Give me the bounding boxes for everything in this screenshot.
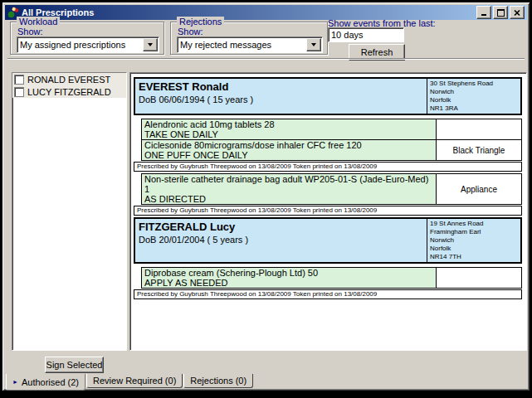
- tab-label: Authorised (2): [22, 377, 79, 387]
- prescription-annotation: [436, 119, 521, 139]
- prescription-details: Diprobase cream (Schering-Plough Ltd) 50…: [142, 268, 436, 288]
- drug-name: Alendronic acid 10mg tablets 28: [144, 119, 433, 129]
- workload-show-label: Show:: [17, 27, 43, 36]
- prescription-row[interactable]: Diprobase cream (Schering-Plough Ltd) 50…: [141, 267, 522, 289]
- patient-name: FITZGERALD Lucy: [139, 221, 423, 234]
- prescribed-by-footer: Prescribed by Guybrush Threepwood on 13/…: [134, 289, 522, 299]
- prescription-row[interactable]: Alendronic acid 10mg tablets 28 TAKE ONE…: [141, 119, 522, 140]
- tab-label: Review Required (0): [93, 376, 176, 386]
- events-days-input[interactable]: [328, 27, 404, 42]
- rejections-dropdown-button[interactable]: [306, 38, 321, 51]
- drug-name: Diprobase cream (Schering-Plough Ltd) 50: [144, 268, 433, 278]
- patient-header: FITZGERALD Lucy DoB 20/01/2004 ( 5 years…: [134, 217, 522, 264]
- patient-identity: EVEREST Ronald DoB 06/06/1994 ( 15 years…: [135, 79, 427, 114]
- drug-name: Non-sterile catheter drainage bag adult …: [144, 174, 433, 194]
- address-line: 19 St Annes Road: [430, 220, 518, 228]
- patient-checkbox[interactable]: [14, 87, 24, 97]
- rejections-dropdown-value: My rejected messages: [178, 40, 305, 50]
- close-icon: [514, 10, 520, 16]
- patient-address: 30 St Stephens Road Norwich Norfolk NR1 …: [427, 79, 520, 114]
- prescription-group: Non-sterile catheter drainage bag adult …: [141, 173, 522, 205]
- tab-label: Rejections (0): [190, 376, 246, 386]
- prescription-row[interactable]: Ciclesonide 80micrograms/dose inhaler CF…: [141, 139, 522, 161]
- chevron-down-icon: [148, 43, 153, 46]
- prescription-details: Alendronic acid 10mg tablets 28 TAKE ONE…: [142, 119, 436, 139]
- workload-dropdown-button[interactable]: [143, 38, 158, 51]
- maximize-button[interactable]: [493, 6, 508, 19]
- window-title: All Prescriptions: [22, 7, 476, 17]
- patient-list[interactable]: RONALD EVEREST LUCY FITZGERALD: [12, 72, 127, 351]
- prescribed-by-footer: Prescribed by Guybrush Threepwood on 13/…: [134, 206, 522, 216]
- drug-directions: TAKE ONE DAILY: [144, 129, 433, 139]
- patient-list-label: RONALD EVEREST: [27, 75, 110, 85]
- prescription-details: Ciclesonide 80micrograms/dose inhaler CF…: [142, 140, 436, 160]
- patient-list-label: LUCY FITZGERALD: [27, 87, 111, 97]
- tab-review-required[interactable]: Review Required (0): [86, 374, 183, 388]
- address-line: NR1 3RA: [430, 104, 518, 113]
- workload-legend: Workload: [17, 17, 60, 27]
- patient-header: EVEREST Ronald DoB 06/06/1994 ( 15 years…: [134, 77, 522, 115]
- workload-dropdown[interactable]: My assigned prescriptions: [17, 36, 159, 53]
- patient-dob: DoB 20/01/2004 ( 5 years ): [139, 234, 423, 245]
- prescribed-by-footer: Prescribed by Guybrush Threepwood on 13/…: [134, 162, 522, 172]
- tab-authorised[interactable]: ► Authorised (2): [6, 374, 85, 391]
- chevron-down-icon: [311, 43, 316, 46]
- address-line: 30 St Stephens Road: [430, 80, 518, 88]
- workload-groupbox: Workload Show: My assigned prescriptions: [10, 22, 164, 55]
- drug-directions: APPLY AS NEEDED: [144, 278, 433, 288]
- minimize-icon: [481, 14, 486, 16]
- patient-identity: FITZGERALD Lucy DoB 20/01/2004 ( 5 years…: [135, 219, 427, 262]
- patient-dob: DoB 06/06/1994 ( 15 years ): [139, 94, 423, 105]
- prescription-details: Non-sterile catheter drainage bag adult …: [142, 174, 436, 204]
- drug-directions: ONE PUFF ONCE DAILY: [144, 150, 433, 160]
- address-line: Framingham Earl: [430, 228, 518, 236]
- address-line: Norfolk: [430, 96, 518, 104]
- patient-address: 19 St Annes Road Framingham Earl Norwich…: [427, 219, 520, 262]
- patient-checkbox[interactable]: [14, 75, 24, 85]
- tab-rejections[interactable]: Rejections (0): [183, 374, 253, 388]
- prescription-annotation: Appliance: [436, 174, 521, 204]
- prescription-annotation: [436, 268, 521, 288]
- address-line: Norfolk: [430, 245, 518, 253]
- title-bar[interactable]: All Prescriptions: [5, 5, 527, 20]
- rejections-legend: Rejections: [177, 17, 224, 27]
- minimize-button[interactable]: [476, 6, 491, 19]
- rejections-show-label: Show:: [178, 27, 203, 36]
- drug-name: Ciclesonide 80micrograms/dose inhaler CF…: [144, 140, 433, 150]
- address-line: NR14 7TH: [430, 253, 518, 261]
- bottom-tabs: ► Authorised (2) Review Required (0) Rej…: [6, 374, 254, 391]
- all-prescriptions-window: All Prescriptions Workload Show: My assi…: [2, 2, 530, 391]
- list-item[interactable]: LUCY FITZGERALD: [12, 85, 126, 98]
- prescription-row[interactable]: Non-sterile catheter drainage bag adult …: [141, 173, 522, 205]
- drug-directions: AS DIRECTED: [144, 194, 433, 204]
- address-line: Norwich: [430, 88, 518, 96]
- prescriptions-panel: EVEREST Ronald DoB 06/06/1994 ( 15 years…: [129, 72, 527, 351]
- sign-selected-button[interactable]: Sign Selected: [45, 357, 104, 373]
- workload-dropdown-value: My assigned prescriptions: [17, 40, 142, 50]
- patient-name: EVEREST Ronald: [139, 80, 423, 94]
- prescription-annotation: Black Triangle: [436, 140, 521, 160]
- prescription-group: Diprobase cream (Schering-Plough Ltd) 50…: [141, 267, 522, 289]
- maximize-icon: [497, 9, 505, 17]
- list-item[interactable]: RONALD EVEREST: [12, 73, 126, 85]
- rejections-groupbox: Rejections Show: My rejected messages: [170, 22, 328, 55]
- active-tab-arrow-icon: ►: [12, 379, 18, 385]
- top-section-divider: [7, 58, 525, 60]
- rejections-dropdown[interactable]: My rejected messages: [177, 36, 323, 53]
- screenshot-frame: All Prescriptions Workload Show: My assi…: [0, 0, 532, 398]
- address-line: Norwich: [430, 236, 518, 245]
- prescription-group: Alendronic acid 10mg tablets 28 TAKE ONE…: [141, 119, 522, 161]
- close-button[interactable]: [510, 6, 525, 19]
